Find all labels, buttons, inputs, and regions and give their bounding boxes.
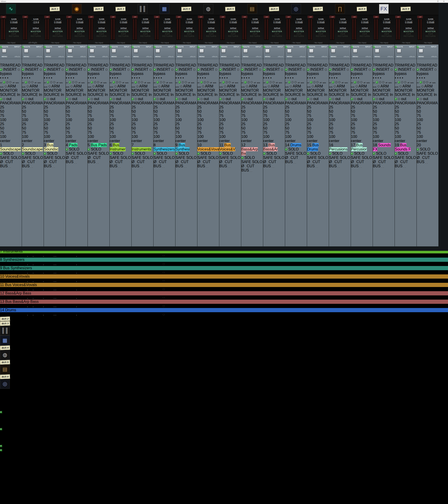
- output-master-label[interactable]: MASTER: [204, 30, 219, 33]
- track-icon[interactable]: FX: [373, 3, 394, 15]
- gain-value[interactable]: 0.00dB: [248, 21, 263, 24]
- solo-safe-led[interactable]: [395, 153, 397, 155]
- track-name[interactable]: Voices&Vova: [197, 147, 219, 151]
- source-out-led[interactable]: [179, 98, 180, 100]
- track-name[interactable]: Bus Voices&Vovals: [5, 283, 37, 287]
- monitor-on-led[interactable]: [354, 81, 356, 83]
- effects-label[interactable]: effects: [124, 55, 130, 58]
- input-assignment[interactable]: : No input: [154, 41, 175, 44]
- fx-slot-list[interactable]: • • • •: [132, 76, 153, 80]
- track-label-row[interactable]: 7 Instruments: [132, 143, 153, 151]
- arm-auto-led[interactable]: [290, 85, 292, 88]
- arm-button[interactable]: A: [13, 295, 15, 299]
- stop-button[interactable]: STOP: [24, 431, 34, 435]
- insert-button-1[interactable]: [54, 298, 54, 299]
- out-led[interactable]: [163, 263, 165, 265]
- solo-safe-led[interactable]: [219, 153, 221, 155]
- route-button[interactable]: [265, 49, 269, 53]
- bus-button-2[interactable]: [295, 163, 296, 163]
- phase-button[interactable]: [158, 163, 158, 163]
- track-label-row[interactable]: 1 Soundscape: [0, 143, 22, 151]
- mixer-titlebar[interactable]: Mixer ⚲ ✕: [0, 0, 448, 3]
- source-in-led[interactable]: [285, 98, 287, 100]
- phase-button[interactable]: [27, 306, 28, 307]
- effects-label[interactable]: effects: [212, 55, 217, 58]
- monitor-off-led[interactable]: [204, 81, 206, 83]
- bypass-button[interactable]: [306, 70, 306, 71]
- solo-button[interactable]: S: [86, 295, 89, 299]
- pan-value[interactable]: center: [110, 139, 131, 143]
- menu-label[interactable]: MENU: [396, 55, 402, 58]
- monitor-auto-led[interactable]: [141, 81, 143, 83]
- bus-button-2[interactable]: [251, 171, 252, 172]
- bus-button-1[interactable]: [184, 167, 185, 167]
- phase-button[interactable]: [245, 167, 246, 167]
- bus-button-2[interactable]: [120, 167, 120, 167]
- effects-label[interactable]: effects: [80, 55, 86, 58]
- arm-auto-led[interactable]: [71, 85, 72, 88]
- record-arm-button[interactable]: ARM: [424, 84, 433, 88]
- input-assignment[interactable]: : No input: [263, 41, 285, 44]
- gain-value[interactable]: 0.00dB: [50, 21, 65, 24]
- effects-label[interactable]: effects: [344, 55, 349, 58]
- monitor-off-led[interactable]: [269, 81, 272, 83]
- track-panel[interactable]: 14 Drums 0.00dB A center Ø ENV MAR • • I…: [0, 308, 448, 316]
- arm-auto-led[interactable]: [49, 85, 51, 88]
- bus-button-1[interactable]: [359, 167, 360, 167]
- monitor-auto-led[interactable]: [294, 81, 297, 83]
- track-name[interactable]: Bass&Arp Bass: [5, 291, 31, 295]
- arm-button[interactable]: A: [13, 312, 15, 316]
- fx-slot-list[interactable]: • • • •: [395, 76, 416, 80]
- loop-length-field[interactable]: 160.0.00: [11, 469, 26, 473]
- source-out-led[interactable]: [91, 98, 93, 100]
- fx-slot-list[interactable]: • • • •: [285, 76, 307, 80]
- trim-button[interactable]: [197, 62, 198, 62]
- bus-button-1[interactable]: [316, 167, 316, 167]
- solo-button[interactable]: SOLO: [11, 156, 21, 160]
- input-assignment[interactable]: : No input: [132, 41, 153, 44]
- source-out-led[interactable]: [222, 98, 224, 100]
- trim-read-display[interactable]: TRIM/READ: [88, 63, 108, 67]
- track-icon-cell[interactable]: ◎: [0, 379, 448, 389]
- menu-label[interactable]: MENU: [2, 55, 7, 58]
- bypass-button[interactable]: [43, 70, 43, 71]
- solo-button[interactable]: SOLO: [362, 156, 372, 160]
- solo-button[interactable]: SOLO: [120, 156, 131, 160]
- route-button[interactable]: [24, 49, 28, 53]
- solo-button[interactable]: SOLO: [76, 151, 87, 155]
- source-in-led[interactable]: [395, 98, 397, 100]
- record-arm-button[interactable]: ARM: [183, 84, 192, 88]
- record-arm-button[interactable]: ARM: [117, 84, 126, 88]
- effects-label[interactable]: effects: [278, 55, 283, 58]
- phase-button[interactable]: [27, 256, 28, 257]
- monitor-auto-led[interactable]: [119, 81, 121, 83]
- monitor-on-led[interactable]: [222, 81, 224, 83]
- fx-slot-list[interactable]: • • • •: [307, 76, 329, 80]
- input-assignment[interactable]: : No input: [241, 41, 263, 44]
- pan-value[interactable]: center: [66, 139, 88, 143]
- monitor-off-led[interactable]: [313, 81, 315, 83]
- arm-auto-led[interactable]: [136, 85, 138, 88]
- phase-button[interactable]: [27, 281, 28, 282]
- bypass-button[interactable]: [108, 70, 109, 71]
- monitor-auto-led[interactable]: [404, 81, 406, 83]
- fx-slot-list[interactable]: • • • •: [329, 76, 351, 80]
- fx-slot-list[interactable]: • • • •: [0, 76, 22, 80]
- solo-button[interactable]: SOLO: [428, 151, 438, 155]
- input-assignment[interactable]: : No input: [329, 41, 351, 44]
- fx-slot-list[interactable]: • • • •: [44, 76, 66, 80]
- trim-read-display[interactable]: TRIM/READ: [351, 63, 372, 67]
- fx-slot-list[interactable]: • • • •: [22, 76, 44, 80]
- output-master-label[interactable]: MASTER: [50, 30, 65, 33]
- insert-button-2[interactable]: [55, 256, 56, 257]
- effects-label[interactable]: effects: [102, 55, 108, 58]
- menu-label[interactable]: MENU: [89, 55, 95, 58]
- trim-read-display[interactable]: TRIM/READ: [395, 63, 415, 67]
- trim-button[interactable]: [373, 62, 373, 62]
- trim-read-display[interactable]: TRIM/READ: [197, 63, 218, 67]
- arm-button[interactable]: A: [13, 262, 15, 266]
- monitor-on-led[interactable]: [376, 81, 378, 83]
- source-out-led[interactable]: [157, 98, 159, 100]
- monitor-on-led[interactable]: [288, 81, 290, 83]
- monitor-on-led[interactable]: [420, 81, 422, 83]
